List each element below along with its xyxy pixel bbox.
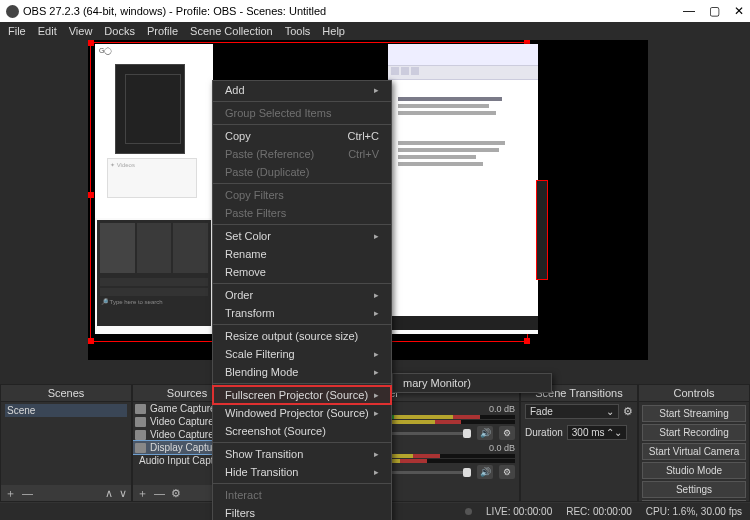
window-title: OBS 27.2.3 (64-bit, windows) - Profile: … <box>23 5 326 17</box>
start-virtual-camera-button[interactable]: Start Virtual Camera <box>642 443 746 460</box>
mic-mute-button[interactable]: 🔊 <box>477 465 493 479</box>
exit-button[interactable]: Exit <box>642 500 746 501</box>
status-live: LIVE: 00:00:00 <box>486 506 552 517</box>
ctx-add[interactable]: Add▸ <box>213 81 391 99</box>
transitions-dock: Scene Transitions Fade⌄ ⚙ Duration 300 m… <box>520 384 638 502</box>
preview-right-screen <box>388 44 538 334</box>
titlebar: OBS 27.2.3 (64-bit, windows) - Profile: … <box>0 0 750 22</box>
status-rec: REC: 00:00:00 <box>566 506 632 517</box>
start-streaming-button[interactable]: Start Streaming <box>642 405 746 422</box>
ctx-windowed-projector[interactable]: Windowed Projector (Source)▸ <box>213 404 391 422</box>
scene-filter-icon[interactable]: ∧ <box>105 487 113 500</box>
source-settings-button[interactable]: ⚙ <box>171 487 181 500</box>
projector-submenu: mary Monitor) <box>392 373 552 393</box>
ctx-group: Group Selected Items <box>213 104 391 122</box>
submenu-primary-monitor[interactable]: mary Monitor) <box>393 374 551 392</box>
menu-file[interactable]: File <box>8 25 26 37</box>
ctx-paste-ref: Paste (Reference) Ctrl+V <box>213 145 391 163</box>
ctx-order[interactable]: Order▸ <box>213 286 391 304</box>
ctx-copy-filters: Copy Filters <box>213 186 391 204</box>
transition-select[interactable]: Fade⌄ <box>525 404 619 419</box>
preview-left-screen: G◯ ✦ Videos 🔎 Type here to search <box>95 44 213 334</box>
ctx-remove[interactable]: Remove <box>213 263 391 281</box>
camera-icon <box>135 430 146 440</box>
menu-scene-collection[interactable]: Scene Collection <box>190 25 273 37</box>
add-scene-button[interactable]: ＋ <box>5 486 16 501</box>
add-source-button[interactable]: ＋ <box>137 486 148 501</box>
preview-area: G◯ ✦ Videos 🔎 Type here to search <box>0 40 750 385</box>
menu-tools[interactable]: Tools <box>285 25 311 37</box>
obs-icon <box>6 5 19 18</box>
transition-settings-button[interactable]: ⚙ <box>623 405 633 418</box>
duration-input[interactable]: 300 ms⌃⌄ <box>567 425 627 440</box>
scenes-header: Scenes <box>1 385 131 402</box>
preview-side-toolbar[interactable] <box>536 180 548 280</box>
ctx-blending-mode[interactable]: Blending Mode▸ <box>213 363 391 381</box>
close-button[interactable]: ✕ <box>734 4 744 18</box>
status-cpu: CPU: 1.6%, 30.00 fps <box>646 506 742 517</box>
ctx-filters[interactable]: Filters <box>213 504 391 520</box>
ctx-interact: Interact <box>213 486 391 504</box>
game-icon <box>135 404 146 414</box>
ctx-copy[interactable]: Copy Ctrl+C <box>213 127 391 145</box>
monitor-icon <box>135 443 146 453</box>
controls-dock: Controls Start Streaming Start Recording… <box>638 384 750 502</box>
duration-label: Duration <box>525 427 563 438</box>
desktop-mute-button[interactable]: 🔊 <box>477 426 493 440</box>
desktop-settings-button[interactable]: ⚙ <box>499 426 515 440</box>
live-wedge-icon <box>465 508 472 515</box>
menu-edit[interactable]: Edit <box>38 25 57 37</box>
menubar: File Edit View Docks Profile Scene Colle… <box>0 22 750 40</box>
menu-view[interactable]: View <box>69 25 93 37</box>
scene-move-down[interactable]: ∨ <box>119 487 127 500</box>
start-recording-button[interactable]: Start Recording <box>642 424 746 441</box>
ctx-rename[interactable]: Rename <box>213 245 391 263</box>
ctx-paste-dup: Paste (Duplicate) <box>213 163 391 181</box>
ctx-scale-filtering[interactable]: Scale Filtering▸ <box>213 345 391 363</box>
remove-scene-button[interactable]: — <box>22 487 33 499</box>
ctx-screenshot-source[interactable]: Screenshot (Source) <box>213 422 391 440</box>
scenes-dock: Scenes Scene ＋ — ∧ ∨ <box>0 384 132 502</box>
menu-docks[interactable]: Docks <box>104 25 135 37</box>
mic-settings-button[interactable]: ⚙ <box>499 465 515 479</box>
menu-profile[interactable]: Profile <box>147 25 178 37</box>
studio-mode-button[interactable]: Studio Mode <box>642 462 746 479</box>
ctx-paste-filters: Paste Filters <box>213 204 391 222</box>
mixer-desktop-db: 0.0 dB <box>489 404 515 414</box>
maximize-button[interactable]: ▢ <box>709 4 720 18</box>
ctx-hide-transition[interactable]: Hide Transition▸ <box>213 463 391 481</box>
ctx-set-color[interactable]: Set Color▸ <box>213 227 391 245</box>
scene-item[interactable]: Scene <box>5 404 127 417</box>
source-context-menu: Add▸ Group Selected Items Copy Ctrl+C Pa… <box>212 80 392 520</box>
settings-button[interactable]: Settings <box>642 481 746 498</box>
ctx-transform[interactable]: Transform▸ <box>213 304 391 322</box>
remove-source-button[interactable]: — <box>154 487 165 499</box>
minimize-button[interactable]: — <box>683 4 695 18</box>
ctx-resize-output[interactable]: Resize output (source size) <box>213 327 391 345</box>
menu-help[interactable]: Help <box>322 25 345 37</box>
controls-header: Controls <box>639 385 749 402</box>
ctx-fullscreen-projector[interactable]: Fullscreen Projector (Source)▸ <box>213 386 391 404</box>
camera-icon <box>135 417 146 427</box>
ctx-show-transition[interactable]: Show Transition▸ <box>213 445 391 463</box>
mixer-mic-db: 0.0 dB <box>489 443 515 453</box>
